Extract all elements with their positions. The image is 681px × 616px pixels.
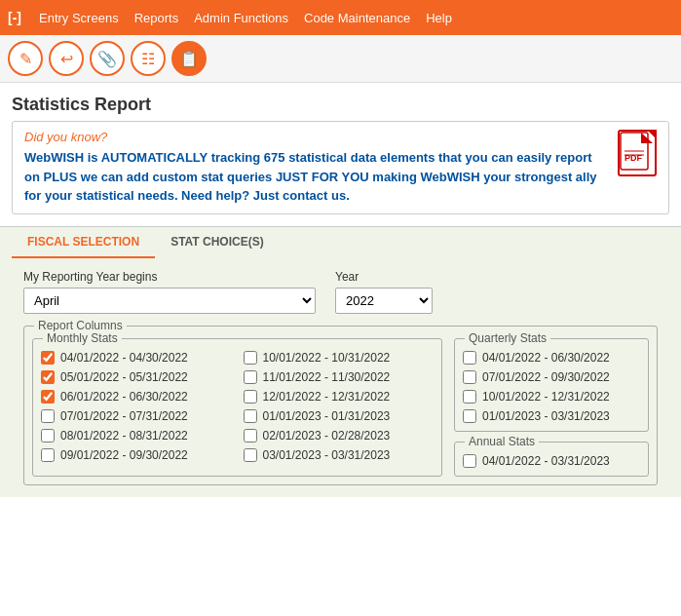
year-select[interactable]: 2020 2021 2022 2023 2024 xyxy=(335,288,433,314)
monthly-range-label: 07/01/2022 - 07/31/2022 xyxy=(60,409,188,423)
clipboard-icon[interactable]: 📋 xyxy=(171,41,207,76)
monthly-range-label: 10/01/2022 - 10/31/2022 xyxy=(263,351,391,365)
quarterly-stats: Quarterly Stats 04/01/2022 - 06/30/20220… xyxy=(454,338,649,432)
back-icon[interactable]: ↩ xyxy=(49,41,84,76)
nav-code-maintenance[interactable]: Code Maintenance xyxy=(304,11,410,25)
monthly-stats-legend: Monthly Stats xyxy=(43,331,122,345)
reporting-year-label: My Reporting Year begins xyxy=(23,270,316,284)
monthly-checkbox[interactable] xyxy=(244,429,257,443)
monthly-checkbox[interactable] xyxy=(244,409,257,423)
monthly-range-label: 04/01/2022 - 04/30/2022 xyxy=(60,351,188,365)
reporting-year-row: My Reporting Year begins April January F… xyxy=(23,270,658,314)
nav-entry-screens[interactable]: Entry Screens xyxy=(39,11,119,25)
monthly-checkbox[interactable] xyxy=(244,390,257,404)
nav-reports[interactable]: Reports xyxy=(134,11,179,25)
monthly-checkbox-row: 07/01/2022 - 07/31/2022 xyxy=(41,409,232,423)
tabs-container: FISCAL SELECTION STAT CHOICE(S) My Repor… xyxy=(0,226,681,497)
monthly-checkbox[interactable] xyxy=(41,351,55,365)
attachment-icon[interactable]: 📎 xyxy=(90,41,125,76)
nav-help[interactable]: Help xyxy=(426,11,452,25)
quarterly-checkbox[interactable] xyxy=(463,390,476,404)
grid-icon[interactable]: ☷ xyxy=(131,41,166,76)
quarterly-range-label: 01/01/2023 - 03/31/2023 xyxy=(482,409,610,423)
right-stats: Quarterly Stats 04/01/2022 - 06/30/20220… xyxy=(454,338,649,477)
quarterly-range-label: 04/01/2022 - 06/30/2022 xyxy=(482,351,610,365)
did-you-know-text: WebWISH is AUTOMATICALLY tracking 675 st… xyxy=(24,148,608,206)
monthly-checkbox[interactable] xyxy=(244,370,257,384)
monthly-checkbox-row: 11/01/2022 - 11/30/2022 xyxy=(244,370,435,384)
monthly-checkbox[interactable] xyxy=(244,448,257,462)
annual-grid: 04/01/2022 - 03/31/2023 xyxy=(463,454,640,468)
monthly-range-label: 06/01/2022 - 06/30/2022 xyxy=(60,390,188,404)
monthly-checkbox[interactable] xyxy=(41,370,55,384)
nav-admin-functions[interactable]: Admin Functions xyxy=(194,11,288,25)
monthly-range-label: 11/01/2022 - 11/30/2022 xyxy=(263,370,391,384)
month-group: My Reporting Year begins April January F… xyxy=(23,270,316,314)
monthly-range-label: 01/01/2023 - 01/31/2023 xyxy=(263,409,391,423)
monthly-checkbox[interactable] xyxy=(41,448,55,462)
quarterly-grid: 04/01/2022 - 06/30/202207/01/2022 - 09/3… xyxy=(463,351,640,423)
quarterly-checkbox-row: 01/01/2023 - 03/31/2023 xyxy=(463,409,640,423)
monthly-stats: Monthly Stats 04/01/2022 - 04/30/202210/… xyxy=(32,338,442,477)
annual-checkbox[interactable] xyxy=(463,454,476,468)
quarterly-checkbox-row: 07/01/2022 - 09/30/2022 xyxy=(463,370,640,384)
monthly-checkbox-row: 09/01/2022 - 09/30/2022 xyxy=(41,448,232,462)
monthly-checkbox-row: 08/01/2022 - 08/31/2022 xyxy=(41,429,232,443)
did-you-know-label: Did you know? xyxy=(24,130,608,144)
tabs: FISCAL SELECTION STAT CHOICE(S) xyxy=(12,227,669,258)
columns-inner: Monthly Stats 04/01/2022 - 04/30/202210/… xyxy=(32,338,649,477)
report-columns: Report Columns Monthly Stats 04/01/2022 … xyxy=(23,326,658,485)
bracket-icon: [-] xyxy=(8,10,21,25)
monthly-checkbox[interactable] xyxy=(244,351,257,365)
quarterly-checkbox[interactable] xyxy=(463,409,476,423)
monthly-range-label: 12/01/2022 - 12/31/2022 xyxy=(263,390,391,404)
monthly-checkbox[interactable] xyxy=(41,429,55,443)
quarterly-checkbox[interactable] xyxy=(463,370,476,384)
annual-stats: Annual Stats 04/01/2022 - 03/31/2023 xyxy=(454,442,649,477)
monthly-checkbox-row: 03/01/2023 - 03/31/2023 xyxy=(244,448,435,462)
monthly-checkbox-row: 12/01/2022 - 12/31/2022 xyxy=(244,390,435,404)
edit-icon[interactable]: ✎ xyxy=(8,41,43,76)
annual-checkbox-row: 04/01/2022 - 03/31/2023 xyxy=(463,454,640,468)
quarterly-checkbox[interactable] xyxy=(463,351,476,365)
quarterly-range-label: 07/01/2022 - 09/30/2022 xyxy=(482,370,610,384)
year-group: Year 2020 2021 2022 2023 2024 xyxy=(335,270,433,314)
monthly-checkbox-row: 05/01/2022 - 05/31/2022 xyxy=(41,370,232,384)
pdf-icon[interactable]: PDF xyxy=(618,130,657,176)
svg-marker-1 xyxy=(641,133,653,143)
monthly-range-label: 05/01/2022 - 05/31/2022 xyxy=(60,370,188,384)
monthly-checkbox-row: 10/01/2022 - 10/31/2022 xyxy=(244,351,435,365)
top-nav: [-] Entry Screens Reports Admin Function… xyxy=(0,0,681,35)
monthly-range-label: 09/01/2022 - 09/30/2022 xyxy=(60,448,188,462)
tab-fiscal-selection[interactable]: FISCAL SELECTION xyxy=(12,227,155,258)
monthly-checkbox-row: 06/01/2022 - 06/30/2022 xyxy=(41,390,232,404)
did-you-know-box: Did you know? WebWISH is AUTOMATICALLY t… xyxy=(12,121,669,214)
monthly-grid: 04/01/2022 - 04/30/202210/01/2022 - 10/3… xyxy=(41,351,434,462)
monthly-checkbox-row: 01/01/2023 - 01/31/2023 xyxy=(244,409,435,423)
monthly-checkbox-row: 04/01/2022 - 04/30/2022 xyxy=(41,351,232,365)
tab-stat-choices[interactable]: STAT CHOICE(S) xyxy=(155,227,280,258)
form-area: My Reporting Year begins April January F… xyxy=(12,258,669,497)
monthly-range-label: 08/01/2022 - 08/31/2022 xyxy=(60,429,188,443)
monthly-checkbox[interactable] xyxy=(41,409,55,423)
year-label: Year xyxy=(335,270,433,284)
monthly-range-label: 03/01/2023 - 03/31/2023 xyxy=(263,448,391,462)
report-columns-legend: Report Columns xyxy=(34,319,127,332)
quarterly-checkbox-row: 04/01/2022 - 06/30/2022 xyxy=(463,351,640,365)
icon-toolbar: ✎ ↩ 📎 ☷ 📋 xyxy=(0,35,681,83)
monthly-checkbox-row: 02/01/2023 - 02/28/2023 xyxy=(244,429,435,443)
quarterly-checkbox-row: 10/01/2022 - 12/31/2022 xyxy=(463,390,640,404)
monthly-range-label: 02/01/2023 - 02/28/2023 xyxy=(263,429,391,443)
monthly-checkbox[interactable] xyxy=(41,390,55,404)
page-title: Statistics Report xyxy=(0,83,681,121)
month-select[interactable]: April January February March May June Ju… xyxy=(23,288,316,314)
annual-legend: Annual Stats xyxy=(465,435,539,448)
quarterly-range-label: 10/01/2022 - 12/31/2022 xyxy=(482,390,610,404)
quarterly-legend: Quarterly Stats xyxy=(465,331,550,345)
annual-range-label: 04/01/2022 - 03/31/2023 xyxy=(482,454,610,468)
